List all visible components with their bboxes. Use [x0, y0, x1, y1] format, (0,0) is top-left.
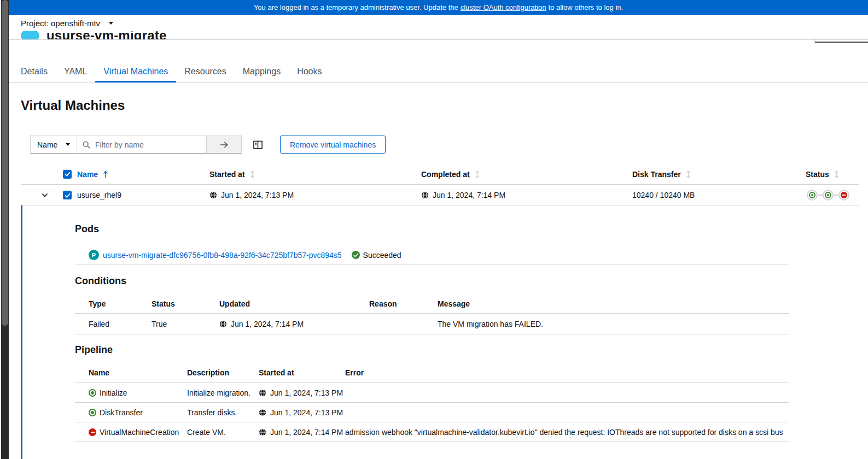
project-selector[interactable]: Project: openshift-mtv — [9, 15, 868, 31]
column-header-status[interactable]: Status — [806, 170, 839, 179]
filter-search-box — [77, 136, 207, 154]
tab-virtual-machines[interactable]: Virtual Machines — [95, 61, 176, 82]
project-selector-label: Project: openshift-mtv — [21, 19, 100, 28]
status-step-success-icon — [823, 190, 834, 201]
column-header-disk-transfer[interactable]: Disk Transfer — [632, 170, 691, 179]
tab-hooks[interactable]: Hooks — [289, 61, 330, 82]
search-icon — [83, 141, 90, 149]
vm-completed-at: Jun 1, 2024, 7:14 PM — [421, 191, 505, 199]
pods-heading: Pods — [75, 223, 99, 235]
vm-started-at: Jun 1, 2024, 7:13 PM — [209, 191, 294, 199]
vm-table-header: Name Started at Completed at Disk Tran — [21, 164, 859, 185]
pod-link[interactable]: usurse-vm-migrate-dfc96756-0fb8-498a-92f… — [103, 251, 342, 260]
status-step-success-icon — [807, 190, 818, 201]
checkbox-checked-icon[interactable] — [63, 170, 72, 179]
pipeline-step-description: Transfer disks. — [187, 408, 237, 417]
pipeline-header: Name Description Started at Error — [75, 363, 789, 383]
pipeline-step-description: Create VM. — [187, 428, 226, 437]
row-checkbox[interactable] — [63, 191, 72, 199]
step-success-icon — [89, 389, 96, 397]
conditions-row: Failed True Jun 1, 2024, 7:14 PM The VM … — [75, 314, 789, 334]
status-step-failed-icon — [838, 190, 849, 201]
columns-icon — [253, 140, 263, 149]
vm-disk-transfer: 10240 / 10240 MB — [632, 191, 695, 199]
pod-status: Succeeded — [352, 251, 401, 260]
step-failed-icon — [89, 428, 96, 436]
pipeline-row: Initialize Initialize migration. Jun 1, … — [75, 383, 789, 403]
oauth-config-link[interactable]: cluster OAuth configuration — [461, 3, 546, 11]
status-step-connector — [834, 195, 838, 196]
expanded-row-panel: Pods P usurse-vm-migrate-dfc96756-0fb8-4… — [21, 205, 859, 459]
step-success-icon — [89, 409, 96, 416]
pipeline-row: VirtualMachineCreation Create VM. Jun 1,… — [75, 422, 789, 442]
globe-timestamp-icon — [209, 191, 217, 199]
globe-timestamp-icon — [259, 389, 266, 397]
vm-table: Name Started at Completed at Disk Tran — [21, 164, 859, 205]
globe-timestamp-icon — [259, 428, 266, 436]
chevron-down-icon — [42, 193, 48, 197]
search-input[interactable] — [94, 140, 206, 150]
succeeded-check-icon — [352, 251, 360, 259]
pipeline-step-name: Initialize — [89, 389, 127, 397]
tab-yaml[interactable]: YAML — [56, 61, 95, 82]
filter-attribute-select[interactable]: Name — [30, 136, 77, 154]
conditions-heading: Conditions — [75, 275, 126, 287]
tab-resources[interactable]: Resources — [176, 61, 234, 82]
pipeline-heading: Pipeline — [75, 344, 113, 356]
column-header-completed-at[interactable]: Completed at — [421, 170, 480, 179]
row-expand-toggle[interactable] — [38, 189, 51, 202]
banner-text-pre: You are logged in as a temporary adminis… — [254, 3, 458, 11]
plan-badge — [21, 30, 39, 40]
column-header-name[interactable]: Name — [77, 170, 108, 179]
pod-badge-icon: P — [89, 250, 99, 260]
chevron-down-icon — [109, 22, 113, 25]
tab-bar: Details YAML Virtual Machines Resources … — [9, 61, 868, 83]
manage-columns-button[interactable] — [249, 136, 266, 154]
vm-name: usurse_rhel9 — [77, 191, 121, 199]
vertical-scrollbar-thumb[interactable] — [2, 0, 8, 326]
page-title: Virtual Machines — [21, 98, 125, 113]
condition-status: True — [152, 320, 167, 328]
filter-attribute-value: Name — [37, 140, 57, 149]
checkbox-checked-icon[interactable] — [63, 191, 72, 199]
login-banner: You are logged in as a temporary adminis… — [9, 0, 868, 15]
pipeline-step-error: admission webhook "virtualmachine-valida… — [345, 428, 783, 437]
masthead: usurse-vm-migrate Project: openshift-mtv — [9, 15, 868, 40]
status-step-connector — [818, 195, 823, 196]
pipeline-step-name: VirtualMachineCreation — [89, 428, 179, 437]
vertical-scrollbar[interactable] — [1, 0, 9, 459]
condition-message: The VM migration has FAILED. — [438, 320, 543, 328]
sort-ascending-icon — [103, 170, 108, 178]
globe-timestamp-icon — [421, 191, 429, 199]
conditions-header: Type Status Updated Reason Message — [75, 294, 789, 314]
pipeline-row: DiskTransfer Transfer disks. Jun 1, 2024… — [75, 403, 789, 422]
chevron-down-icon — [66, 143, 70, 146]
globe-timestamp-icon — [219, 320, 227, 328]
pipeline-step-started: Jun 1, 2024, 7:13 PM — [259, 408, 343, 417]
pipeline-step-started: Jun 1, 2024, 7:13 PM — [259, 389, 343, 397]
tab-mappings[interactable]: Mappings — [235, 61, 289, 82]
apply-filter-button[interactable] — [206, 136, 242, 154]
vm-status-chain — [807, 190, 849, 201]
pipeline-step-started: Jun 1, 2024, 7:14 PM — [259, 428, 343, 437]
tab-details[interactable]: Details — [13, 61, 56, 82]
pipeline-step-name: DiskTransfer — [89, 408, 143, 417]
select-all-checkbox[interactable] — [63, 170, 72, 179]
sort-icon — [250, 170, 255, 178]
banner-text-post: to allow others to log in. — [549, 3, 624, 11]
arrow-right-icon — [220, 141, 229, 149]
toolbar: Name Remove virtual machines — [30, 136, 386, 154]
condition-updated: Jun 1, 2024, 7:14 PM — [219, 320, 304, 328]
globe-timestamp-icon — [259, 409, 266, 416]
column-header-started-at[interactable]: Started at — [209, 170, 255, 179]
remove-virtual-machines-button[interactable]: Remove virtual machines — [280, 136, 386, 154]
sort-icon — [834, 170, 839, 178]
sort-icon — [475, 170, 480, 178]
vm-table-row: usurse_rhel9 Jun 1, 2024, 7:13 PM Jun 1,… — [21, 185, 859, 205]
horizontal-scrollbar-thumb[interactable] — [815, 42, 868, 43]
pod-row: P usurse-vm-migrate-dfc96756-0fb8-498a-9… — [75, 246, 789, 264]
pipeline-step-description: Initialize migration. — [187, 389, 251, 397]
condition-type: Failed — [89, 320, 109, 328]
sort-icon — [686, 170, 691, 178]
